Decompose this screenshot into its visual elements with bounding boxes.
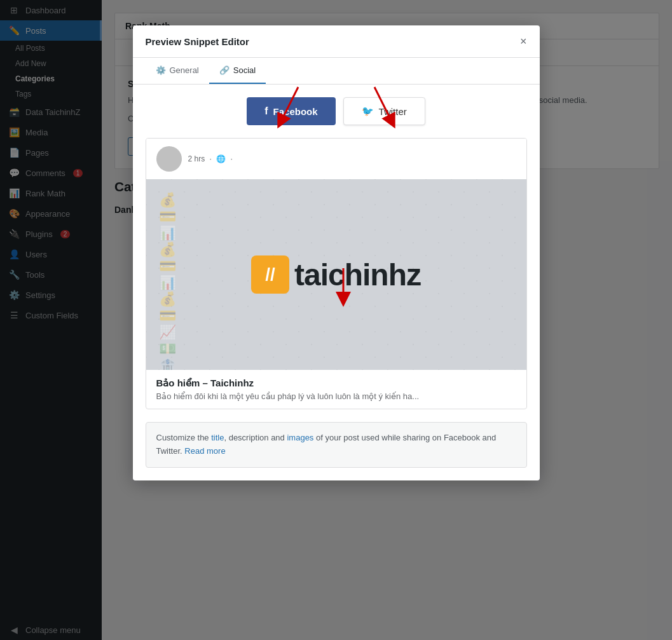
modal-tab-general[interactable]: ⚙️ General — [146, 58, 209, 84]
fb-avatar — [156, 146, 182, 172]
preview-snippet-editor-modal: Preview Snippet Editor × ⚙️ General 🔗 So… — [133, 25, 540, 480]
fb-image-bg: 💰💳📊💰💳📊💰💳 📈💵🏦📈💵🏦📈💵 💰💳📊💰💳📊💰💳 📈💵🏦📈💵🏦📈💵 💰💳📊💰… — [146, 179, 526, 370]
arrows-svg — [241, 74, 432, 151]
bottom-info-title-link[interactable]: title — [211, 433, 224, 442]
fb-post-description: Bảo hiểm đôi khi là một yêu cầu pháp lý … — [146, 391, 526, 409]
modal-tab-general-label: General — [170, 65, 199, 75]
fb-post-time: 2 hrs — [188, 154, 205, 163]
modal-close-button[interactable]: × — [520, 36, 527, 47]
fb-globe-icon: 🌐 — [216, 154, 226, 163]
modal-header: Preview Snippet Editor × — [133, 25, 540, 58]
bottom-info-read-more[interactable]: Read more — [184, 446, 225, 456]
modal-overlay[interactable]: Preview Snippet Editor × ⚙️ General 🔗 So… — [102, 0, 672, 640]
main-content: Rank Math ⚙️ General 📋 Advanced 🔗 Social… — [102, 0, 672, 640]
modal-title: Preview Snippet Editor — [146, 36, 249, 47]
bottom-info-box: Customize the title, description and ima… — [146, 422, 527, 468]
facebook-preview: 2 hrs · 🌐 · 💰💳📊💰💳📊💰💳 📈💵🏦📈💵🏦📈💵 — [146, 138, 527, 409]
svg-line-1 — [279, 87, 298, 125]
modal-tab-social-icon: 🔗 — [219, 65, 230, 75]
logo-arrow-svg — [318, 268, 369, 319]
logo-icon: // — [251, 255, 289, 294]
bottom-info-text1: Customize the — [156, 433, 212, 442]
fb-post-title: Bảo hiểm – Taichinhz — [146, 370, 526, 391]
modal-tab-social-label: Social — [233, 65, 256, 75]
modal-tab-general-icon: ⚙️ — [156, 65, 166, 75]
fb-post-meta: 2 hrs · 🌐 · — [188, 154, 233, 163]
bottom-info-text2: , description and — [224, 433, 287, 442]
svg-line-2 — [374, 87, 394, 125]
bottom-info-images-link[interactable]: images — [287, 433, 313, 442]
fb-image-container: 💰💳📊💰💳📊💰💳 📈💵🏦📈💵🏦📈💵 💰💳📊💰💳📊💰💳 📈💵🏦📈💵🏦📈💵 💰💳📊💰… — [146, 179, 526, 370]
